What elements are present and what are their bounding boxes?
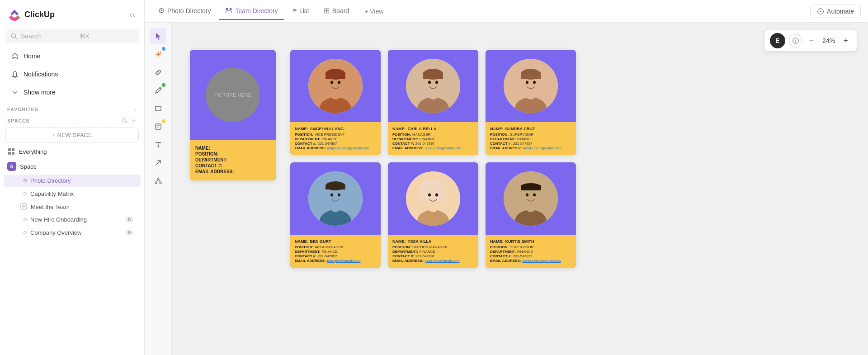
tool-rectangle[interactable] [150, 100, 166, 117]
spaces-header: SPACES [0, 114, 144, 126]
person-email-yssa-villa[interactable]: yssa.villa@email.com [425, 259, 459, 263]
name-label: NAME: [490, 127, 504, 131]
tool-link[interactable] [150, 64, 166, 80]
person-email-ben-gurt[interactable]: ben.gurt@email.com [327, 259, 360, 263]
collapse-sidebar-button[interactable]: ‹‹ [128, 8, 137, 21]
sidebar-item-company-overview[interactable]: Company Overview 9 [4, 227, 141, 239]
tool-note[interactable] [150, 118, 166, 135]
person-email-sandra-cruz[interactable]: sandra.cruz@email.com [522, 146, 561, 150]
tool-network[interactable] [150, 173, 166, 189]
tool-pencil[interactable] [150, 82, 166, 99]
photo-directory-tab-label: Photo Directory [167, 7, 211, 14]
capability-matrix-dot [24, 192, 27, 195]
position-label: POSITION: [392, 133, 411, 137]
sidebar-item-home[interactable]: Home [4, 47, 141, 65]
sidebar-item-show-more[interactable]: Show more [4, 84, 141, 101]
svg-point-43 [533, 81, 536, 84]
board-tab-icon: ⊞ [324, 6, 330, 15]
sidebar-item-meet-the-team[interactable]: Meet the Team [0, 200, 144, 213]
person-email-kurtis-smith[interactable]: kurtis.smith@email.com [522, 259, 561, 263]
svg-point-50 [330, 194, 333, 197]
person-name-yssa-villa: YSSA VILLA [408, 239, 432, 244]
new-hire-label: New Hire Onboarding [30, 216, 87, 223]
board-tab-label: Board [332, 7, 349, 14]
sidebar-item-new-hire-onboarding[interactable]: New Hire Onboarding 8 [4, 213, 141, 226]
person-position-sandra-cruz: SUPERVISOR [510, 133, 533, 137]
person-email-carla-bella[interactable]: carla.bella@email.com [425, 146, 461, 150]
svg-rect-49 [326, 186, 345, 189]
svg-rect-41 [521, 72, 541, 79]
svg-point-34 [428, 81, 431, 84]
tab-list[interactable]: ≡ List [286, 3, 316, 19]
person-name-sandra-cruz: SANDRA CRUZ [505, 127, 535, 131]
spaces-actions[interactable] [122, 118, 137, 124]
person-card-carla-bella: NAME: CARLA BELLA POSITION: MANAGER DEPA… [388, 50, 478, 155]
clickup-logo-text: ClickUp [24, 10, 55, 19]
tool-text[interactable] [150, 137, 166, 153]
person-name-ben-gurt: BEN GURT [310, 239, 331, 244]
svg-point-42 [526, 81, 528, 84]
note-dot [162, 119, 165, 123]
svg-point-22 [331, 92, 340, 99]
person-department-ben-gurt: FINANCE [322, 250, 338, 254]
tab-bar: ⚙ Photo Directory Team Directory ≡ List … [145, 0, 868, 23]
person-card-bottom-angelina-lang: NAME: ANGELINA LANG POSITION: VICE PRESI… [290, 122, 381, 155]
sidebar-item-everything[interactable]: Everything [0, 144, 144, 159]
tab-team-directory[interactable]: Team Directory [219, 3, 284, 20]
svg-rect-5 [12, 152, 14, 155]
clickup-logo[interactable]: ClickUp [7, 7, 55, 22]
position-label: POSITION: [295, 245, 313, 249]
person-card-bottom-sandra-cruz: NAME: SANDRA CRUZ POSITION: SUPERVISOR D… [486, 122, 576, 155]
sparkle-dot [162, 47, 165, 51]
sidebar-item-photo-directory[interactable]: Photo Directory [4, 175, 141, 187]
tool-cursor[interactable] [150, 28, 166, 44]
person-contact-ben-gurt: 201-547897 [318, 254, 337, 258]
tab-photo-directory[interactable]: ⚙ Photo Directory [152, 3, 217, 19]
space-label: Space [20, 163, 37, 170]
department-label: DEPARTMENT: [392, 137, 418, 141]
person-face-kurtis-smith [504, 171, 558, 226]
zoom-out-button[interactable]: − [806, 35, 817, 46]
sidebar-item-capability-matrix[interactable]: Capability Matrix [4, 188, 141, 200]
everything-label: Everything [19, 148, 47, 155]
name-label: NAME: [295, 127, 308, 131]
person-avatar-carla-bella [406, 59, 460, 113]
svg-point-19 [795, 39, 796, 40]
tool-arrow[interactable] [150, 155, 166, 171]
zoom-in-button[interactable]: + [840, 35, 851, 46]
new-space-button[interactable]: + NEW SPACE [5, 128, 139, 142]
link-icon [154, 68, 162, 76]
add-view-button[interactable]: + View [359, 5, 389, 18]
person-position-angelina-lang: VICE PRESIDENT [315, 133, 345, 137]
new-hire-badge: 8 [125, 217, 133, 222]
add-view-label: + View [364, 8, 383, 15]
person-name-carla-bella: CARLA BELLA [408, 127, 437, 131]
svg-rect-4 [8, 152, 11, 155]
sidebar-item-space[interactable]: S Space [0, 159, 144, 174]
person-avatar-kurtis-smith [504, 171, 558, 226]
svg-point-51 [338, 194, 340, 197]
svg-rect-2 [8, 148, 11, 151]
template-contact-label: CONTACT #: [195, 163, 222, 168]
person-email-angelina-lang[interactable]: angelina.lang@email.com [327, 146, 368, 150]
user-avatar[interactable]: E [770, 33, 785, 48]
left-toolbar [145, 23, 172, 355]
search-icon [11, 33, 17, 39]
person-face-angelina-lang [308, 59, 363, 113]
show-more-label: Show more [24, 89, 56, 96]
svg-point-62 [526, 205, 535, 212]
canvas[interactable]: E − 24% + PICTURE HERE [172, 23, 868, 355]
tool-sparkle[interactable] [150, 46, 166, 62]
search-bar[interactable]: Search ⌘K [5, 29, 139, 43]
svg-point-30 [429, 92, 438, 99]
sidebar: ClickUp ‹‹ Search ⌘K Home Notifications … [0, 0, 145, 355]
picture-placeholder: PICTURE HERE [206, 68, 260, 122]
tab-board[interactable]: ⊞ Board [317, 3, 355, 19]
person-contact-angelina-lang: 201-547897 [318, 142, 337, 146]
zoom-level: 24% [821, 37, 837, 44]
email-label: EMAIL ADDRESS: [392, 259, 423, 263]
sidebar-item-notifications[interactable]: Notifications [4, 66, 141, 83]
favorites-expand-icon[interactable]: › [135, 107, 137, 112]
info-button[interactable] [789, 34, 802, 47]
automate-button[interactable]: Automate [810, 5, 861, 18]
